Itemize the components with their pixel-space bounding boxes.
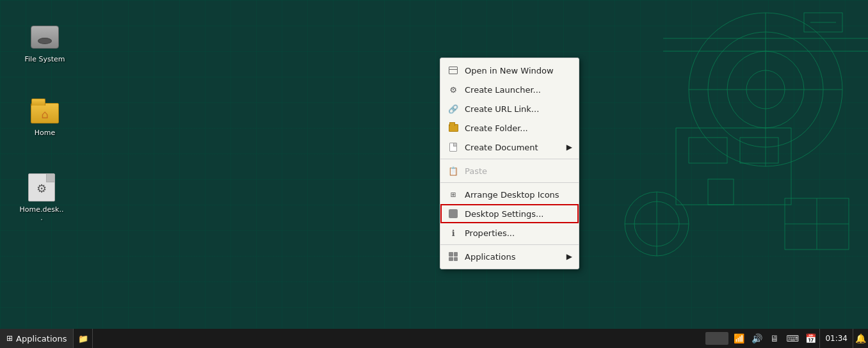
filesystem-label: File System — [25, 55, 65, 63]
apps-menu-icon — [447, 250, 460, 263]
menu-item-desktop-settings-label: Desktop Settings... — [465, 209, 572, 219]
tray-keyboard-icon[interactable]: ⌨ — [784, 329, 801, 348]
menu-item-open-new-window-label: Open in New Window — [465, 66, 572, 75]
doc-icon — [447, 141, 460, 154]
svg-rect-8 — [740, 138, 778, 163]
menu-item-paste[interactable]: 📋 Paste — [440, 161, 579, 180]
tray-calendar-icon[interactable]: 📅 — [801, 329, 819, 348]
menu-item-properties-label: Properties... — [465, 228, 572, 238]
menu-item-create-launcher-label: Create Launcher... — [465, 85, 572, 95]
desktop-icon-homedesk[interactable]: ⚙ Home.desk... — [16, 170, 67, 225]
taskbar-apps-label: Applications — [16, 334, 67, 344]
filesystem-icon — [29, 22, 60, 52]
settings-icon — [447, 207, 460, 220]
tray-volume-icon[interactable]: 🔊 — [748, 329, 766, 348]
menu-item-applications-label: Applications — [465, 252, 567, 262]
blueprint-decoration — [561, 0, 868, 307]
taskbar-filemanager-button[interactable]: 📁 — [74, 329, 93, 348]
taskbar-apps-button[interactable]: ⊞ Applications — [0, 329, 74, 348]
separator-1 — [440, 159, 579, 159]
svg-rect-7 — [689, 138, 727, 163]
menu-item-paste-label: Paste — [465, 166, 572, 176]
menu-item-create-document[interactable]: Create Document ▶ — [440, 138, 579, 157]
filemanager-icon: 📁 — [78, 334, 88, 344]
taskbar: ⊞ Applications 📁 📶 🔊 🖥 ⌨ 📅 0 — [0, 329, 868, 348]
menu-item-create-folder-label: Create Folder... — [465, 123, 572, 133]
context-menu: Open in New Window ⚙ Create Launcher... … — [440, 58, 579, 269]
menu-item-create-folder[interactable]: Create Folder... — [440, 118, 579, 138]
menu-item-create-url[interactable]: 🔗 Create URL Link... — [440, 99, 579, 118]
menu-item-create-launcher[interactable]: ⚙ Create Launcher... — [440, 80, 579, 99]
link-icon: 🔗 — [447, 102, 460, 115]
launcher-icon: ⚙ — [447, 83, 460, 96]
arrange-icon: ⊞ — [447, 188, 460, 201]
tray-clock[interactable]: 01:34 — [819, 329, 853, 348]
menu-item-arrange-icons-label: Arrange Desktop Icons — [465, 190, 572, 200]
separator-3 — [440, 244, 579, 245]
tray-network-icon[interactable]: 📶 — [730, 329, 748, 348]
paste-icon: 📋 — [447, 164, 460, 177]
props-icon: ℹ — [447, 226, 460, 239]
create-document-arrow: ▶ — [567, 143, 572, 152]
taskbar-apps-icon: ⊞ — [6, 334, 13, 343]
menu-item-create-url-label: Create URL Link... — [465, 104, 572, 114]
menu-item-properties[interactable]: ℹ Properties... — [440, 223, 579, 242]
menu-item-create-document-label: Create Document — [465, 143, 567, 152]
home-icon: ⌂ — [29, 95, 60, 126]
desktop: File System ⌂ Home ⚙ Home.desk... Open i… — [0, 0, 868, 348]
taskbar-tray: 📶 🔊 🖥 ⌨ 📅 01:34 🔔 — [704, 329, 868, 348]
folder-icon — [447, 122, 460, 134]
window-icon — [447, 64, 460, 77]
desktop-icon-home[interactable]: ⌂ Home — [19, 93, 70, 139]
menu-item-open-new-window[interactable]: Open in New Window — [440, 61, 579, 80]
tray-box-1 — [705, 332, 728, 345]
homedesk-label: Home.desk... — [19, 205, 65, 222]
desktop-icon-filesystem[interactable]: File System — [19, 19, 70, 66]
homedesk-icon: ⚙ — [26, 172, 57, 203]
separator-2 — [440, 182, 579, 183]
menu-item-desktop-settings[interactable]: Desktop Settings... — [440, 204, 579, 223]
menu-item-applications[interactable]: Applications ▶ — [440, 247, 579, 266]
applications-arrow: ▶ — [567, 252, 572, 261]
home-label: Home — [35, 129, 55, 137]
tray-notification-icon[interactable]: 🔔 — [853, 329, 868, 348]
svg-rect-9 — [708, 179, 734, 205]
tray-display-icon[interactable]: 🖥 — [766, 329, 784, 348]
menu-item-arrange-icons[interactable]: ⊞ Arrange Desktop Icons — [440, 185, 579, 204]
